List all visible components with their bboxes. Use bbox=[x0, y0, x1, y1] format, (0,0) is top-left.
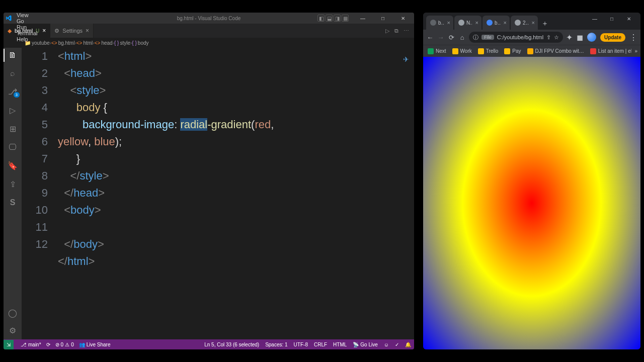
chrome-minimize-button[interactable]: ― bbox=[586, 13, 603, 25]
bookmark-item[interactable]: List an item | eBay bbox=[589, 47, 632, 55]
vscode-window: FileEditSelectionViewGoRunTerminalHelp b… bbox=[4, 13, 414, 349]
feedback-icon[interactable]: ☺ bbox=[384, 342, 389, 347]
minimize-button[interactable]: ― bbox=[354, 13, 372, 24]
close-tab-icon[interactable]: × bbox=[475, 20, 478, 26]
menu-go[interactable]: Go bbox=[14, 18, 42, 24]
go-live[interactable]: 📡 Go Live bbox=[353, 342, 377, 347]
toggle-panel-right-icon[interactable]: ◨ bbox=[334, 15, 341, 22]
url-text: C:/youtube/bg.html bbox=[497, 34, 543, 40]
notifications-icon[interactable]: 🔔 bbox=[405, 342, 411, 347]
run-debug-icon[interactable]: ▷ bbox=[4, 106, 22, 115]
run-icon[interactable]: ▷ bbox=[385, 28, 389, 34]
chrome-menu-icon[interactable]: ⋮ bbox=[629, 33, 637, 42]
tab-title: 2Qs bbox=[523, 20, 529, 26]
new-tab-button[interactable]: ＋ bbox=[539, 18, 551, 30]
toggle-panel-left-icon[interactable]: ◧ bbox=[317, 15, 325, 22]
menu-run[interactable]: Run bbox=[14, 24, 42, 30]
close-tab-icon[interactable]: × bbox=[86, 27, 89, 34]
more-actions-icon[interactable]: ⋯ bbox=[404, 28, 409, 34]
gear-icon: ⚙ bbox=[54, 28, 59, 34]
bookmarks-bar: NextWorkTrelloPayDJI FPV Combo wit…List … bbox=[423, 45, 640, 57]
editor-tab[interactable]: ⚙Settings× bbox=[50, 24, 94, 38]
tab-title: New bbox=[466, 20, 472, 26]
cursor-position[interactable]: Ln 5, Col 33 (6 selected) bbox=[204, 342, 259, 347]
remote-indicator[interactable]: ⇲ bbox=[4, 340, 14, 349]
home-button[interactable]: ⌂ bbox=[458, 34, 466, 41]
bookmark-item[interactable]: DJI FPV Combo wit… bbox=[526, 47, 586, 55]
extensions-puzzle-icon[interactable]: ✦ bbox=[566, 33, 573, 42]
bookmark-star-icon[interactable]: ☆ bbox=[554, 34, 559, 41]
source-control-icon[interactable]: ⎇3 bbox=[4, 87, 22, 97]
bookmark-favicon bbox=[527, 48, 533, 54]
share-icon[interactable]: ⇪ bbox=[4, 179, 22, 189]
menu-help[interactable]: Help bbox=[14, 36, 42, 42]
indent[interactable]: Spaces: 1 bbox=[265, 342, 287, 347]
favicon bbox=[487, 20, 493, 26]
split-editor-icon[interactable]: ⧉ bbox=[394, 28, 398, 34]
close-tab-icon[interactable]: × bbox=[447, 20, 450, 26]
maximize-button[interactable]: □ bbox=[374, 13, 392, 24]
bookmarks-overflow-icon[interactable]: » bbox=[634, 48, 637, 54]
remote-explorer-icon[interactable]: 🖵 bbox=[4, 143, 22, 152]
accounts-icon[interactable]: ◯ bbox=[4, 308, 22, 318]
customize-layout-icon[interactable]: ▦ bbox=[342, 15, 349, 22]
bookmark-item[interactable]: Next bbox=[426, 47, 448, 55]
breadcrumb-item[interactable]: <>html bbox=[76, 40, 93, 46]
forward-button[interactable]: → bbox=[437, 34, 444, 41]
bookmark-favicon bbox=[428, 48, 434, 54]
breadcrumb-item[interactable]: { }style bbox=[114, 40, 130, 46]
bookmark-item[interactable]: Work bbox=[451, 47, 473, 55]
sync-icon[interactable]: ⟳ bbox=[46, 342, 50, 347]
chrome-window: bg.h×New×back×2Qs× ＋ ― □ ✕ ← → ⟳ ⌂ ⓘ Fil… bbox=[423, 13, 640, 349]
minimap-decoration-icon: ✈ bbox=[403, 51, 409, 68]
chrome-maximize-button[interactable]: □ bbox=[603, 13, 620, 25]
file-chip: File bbox=[481, 35, 494, 40]
menu-terminal[interactable]: Terminal bbox=[14, 30, 42, 36]
problems[interactable]: ⊘ 0 ⚠ 0 bbox=[55, 342, 74, 347]
live-share[interactable]: 👥 Live Share bbox=[79, 342, 111, 347]
share-page-icon[interactable]: ⇪ bbox=[546, 34, 551, 41]
chrome-close-button[interactable]: ✕ bbox=[620, 13, 637, 25]
layout-controls[interactable]: ◧ ⬓ ◨ ▦ bbox=[317, 15, 349, 22]
browser-tab[interactable]: New× bbox=[454, 16, 481, 30]
extension-icon[interactable]: ◼ bbox=[577, 33, 583, 42]
close-tab-icon[interactable]: × bbox=[532, 20, 535, 26]
profile-avatar[interactable] bbox=[587, 33, 596, 42]
menu-view[interactable]: View bbox=[14, 13, 42, 18]
bookmark-icon[interactable]: 🔖 bbox=[4, 161, 22, 170]
close-button[interactable]: ✕ bbox=[394, 13, 412, 24]
breadcrumb[interactable]: 📁youtube›<>bg.html›<>html›<>head›{ }styl… bbox=[4, 38, 414, 48]
page-info-icon[interactable]: ⓘ bbox=[473, 34, 478, 41]
search-icon[interactable]: ⌕ bbox=[4, 69, 22, 78]
letter-s-icon[interactable]: S bbox=[4, 198, 22, 207]
breadcrumb-item[interactable]: <>head bbox=[95, 40, 113, 46]
close-tab-icon[interactable]: × bbox=[42, 27, 46, 34]
encoding[interactable]: UTF-8 bbox=[294, 342, 308, 347]
explorer-icon[interactable]: 🗎 bbox=[4, 51, 22, 60]
back-button[interactable]: ← bbox=[426, 34, 434, 41]
git-branch[interactable]: ⎇ main* bbox=[21, 342, 41, 347]
eol[interactable]: CRLF bbox=[314, 342, 327, 347]
bookmark-item[interactable]: Trello bbox=[476, 47, 500, 55]
breadcrumb-icon: <> bbox=[95, 40, 101, 46]
update-button[interactable]: Update bbox=[600, 33, 625, 42]
browser-tab[interactable]: 2Qs× bbox=[511, 16, 538, 30]
toggle-panel-bottom-icon[interactable]: ⬓ bbox=[326, 15, 333, 22]
bookmark-item[interactable]: Pay bbox=[503, 47, 522, 55]
prettier-icon[interactable]: ✓ bbox=[395, 342, 399, 347]
address-bar[interactable]: ⓘ File C:/youtube/bg.html ⇪ ☆ bbox=[469, 32, 563, 43]
browser-tab[interactable]: back× bbox=[482, 16, 510, 30]
reload-button[interactable]: ⟳ bbox=[448, 34, 455, 41]
browser-tab[interactable]: bg.h× bbox=[426, 16, 453, 30]
bookmark-favicon bbox=[504, 48, 510, 54]
settings-gear-icon[interactable]: ⚙ bbox=[4, 326, 22, 335]
language-mode[interactable]: HTML bbox=[333, 342, 347, 347]
breadcrumb-icon: <> bbox=[76, 40, 83, 46]
close-tab-icon[interactable]: × bbox=[504, 20, 507, 26]
breadcrumb-item[interactable]: { }body bbox=[132, 40, 148, 46]
extensions-icon[interactable]: ⊞ bbox=[4, 124, 22, 134]
code-editor[interactable]: 123456789101112 <html> <head> <style> bo… bbox=[22, 48, 414, 339]
bookmark-favicon bbox=[478, 48, 484, 54]
tab-title: back bbox=[495, 20, 501, 26]
breadcrumb-item[interactable]: <>bg.html bbox=[51, 40, 74, 46]
